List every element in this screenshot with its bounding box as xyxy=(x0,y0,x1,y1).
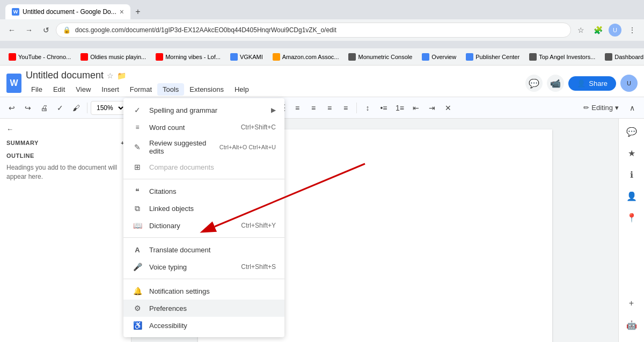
line-spacing-button[interactable]: ↕ xyxy=(360,100,375,115)
chat-icon[interactable]: 💬 xyxy=(623,123,640,140)
tab-bar: W Untitled document - Google Do... × + xyxy=(0,0,644,19)
menu-compare: ⊞ Compare documents xyxy=(123,158,284,176)
extensions-icon[interactable]: 🧩 xyxy=(590,23,605,38)
align-left[interactable]: ≡ xyxy=(290,100,305,115)
translate-label: Translate document xyxy=(149,246,276,254)
menu-help[interactable]: Help xyxy=(229,83,254,96)
spelling-label: Spelling and grammar xyxy=(149,106,271,114)
profile-icon[interactable]: U xyxy=(608,23,623,38)
editing-pencil-icon: ✏ xyxy=(583,104,589,112)
menu-file[interactable]: File xyxy=(26,83,48,96)
menu-divider-2 xyxy=(123,237,284,238)
menu-dictionary[interactable]: 📖 Dictionary Ctrl+Shift+Y xyxy=(123,217,284,234)
app-area: W Untitled document ☆ 📁 File Edit View I… xyxy=(0,66,644,342)
add-icon[interactable]: + xyxy=(623,295,640,312)
editing-mode-button[interactable]: ✏ Editing ▾ xyxy=(579,101,624,114)
menu-edit[interactable]: Edit xyxy=(48,83,70,96)
menu-preferences[interactable]: ⚙ Preferences xyxy=(123,300,284,317)
menu-icon[interactable]: ⋮ xyxy=(625,23,640,38)
align-center[interactable]: ≡ xyxy=(306,100,321,115)
toolbar-separator-5 xyxy=(356,103,357,113)
bullet-list-button[interactable]: •≡ xyxy=(376,100,391,115)
info-icon[interactable]: ℹ xyxy=(623,166,640,183)
address-bar[interactable]: 🔒 docs.google.com/document/d/1gIP3d-EX12… xyxy=(56,23,571,38)
bookmark-morning[interactable]: Morning vibes - Lof... xyxy=(151,52,225,62)
back-button[interactable]: ← xyxy=(4,23,19,38)
undo-button[interactable]: ↩ xyxy=(4,100,19,115)
robot-icon[interactable]: 🤖 xyxy=(623,316,640,333)
sidebar-back-button[interactable]: ← xyxy=(6,125,125,133)
zoom-selector[interactable]: 150% 100% 75% xyxy=(91,101,126,115)
comment-button[interactable]: 💬 xyxy=(525,75,543,92)
menu-word-count[interactable]: ≡ Word count Ctrl+Shift+C xyxy=(123,119,284,136)
bookmark-amazon[interactable]: Amazon.com Assoc... xyxy=(268,52,343,62)
menu-format[interactable]: Format xyxy=(125,83,157,96)
docs-actions: 💬 📹 👤 Share U xyxy=(525,75,638,92)
menu-linked-objects[interactable]: ⧉ Linked objects xyxy=(123,200,284,217)
bookmark-publisher[interactable]: Publisher Center xyxy=(462,52,524,62)
bookmark-dashboard[interactable]: Dashboard xyxy=(601,52,644,62)
paint-format-button[interactable]: 🖌 xyxy=(69,100,84,115)
menu-tools[interactable]: Tools xyxy=(157,83,184,96)
user-avatar[interactable]: U xyxy=(620,75,638,92)
align-right[interactable]: ≡ xyxy=(322,100,337,115)
menu-extensions[interactable]: Extensions xyxy=(184,83,229,96)
menu-accessibility[interactable]: ♿ Accessibility xyxy=(123,317,284,334)
new-tab-button[interactable]: + xyxy=(130,4,145,19)
editing-chevron-icon: ▾ xyxy=(615,104,619,112)
person-icon[interactable]: 👤 xyxy=(623,187,640,205)
docs-title-area: Untitled document ☆ 📁 File Edit View Ins… xyxy=(26,70,521,97)
menu-voice-typing[interactable]: 🎤 Voice typing Ctrl+Shift+S xyxy=(123,258,284,275)
maps-icon[interactable]: 📍 xyxy=(623,209,640,226)
redo-button[interactable]: ↪ xyxy=(20,100,35,115)
share-button[interactable]: 👤 Share xyxy=(568,76,616,91)
compare-label: Compare documents xyxy=(149,163,276,171)
bookmark-icon[interactable]: ☆ xyxy=(573,23,588,38)
menu-notifications[interactable]: 🔔 Notification settings xyxy=(123,282,284,300)
reload-button[interactable]: ↺ xyxy=(39,23,54,38)
collapse-button[interactable]: ∧ xyxy=(625,100,640,115)
translate-icon: A xyxy=(132,244,143,255)
bookmark-overview[interactable]: Overview xyxy=(418,52,460,62)
menu-citations[interactable]: ❝ Citations xyxy=(123,183,284,200)
bookmark-angel[interactable]: Top Angel Investors... xyxy=(525,52,599,62)
menu-review-edits[interactable]: ✎ Review suggested edits Ctrl+Alt+O Ctrl… xyxy=(123,136,284,158)
menu-translate[interactable]: A Translate document xyxy=(123,241,284,258)
bookmarks-bar: YouTube - Chrono... Oldies music playin.… xyxy=(0,48,644,66)
dictionary-label: Dictionary xyxy=(149,222,241,230)
bookmark-monumetric[interactable]: Monumetric Console xyxy=(344,52,416,62)
bookmark-youtube[interactable]: YouTube - Chrono... xyxy=(4,52,75,62)
star-right-icon[interactable]: ★ xyxy=(623,144,640,162)
preferences-icon: ⚙ xyxy=(132,303,143,314)
meet-button[interactable]: 📹 xyxy=(547,75,564,92)
indent-decrease[interactable]: ⇤ xyxy=(408,100,423,115)
voice-typing-shortcut: Ctrl+Shift+S xyxy=(241,263,276,271)
menu-spelling[interactable]: ✓ Spelling and grammar ▶ xyxy=(123,101,284,119)
numbered-list-button[interactable]: 1≡ xyxy=(392,100,407,115)
forward-button[interactable]: → xyxy=(21,23,36,38)
tab-close-icon[interactable]: × xyxy=(120,8,124,16)
document-title[interactable]: Untitled document xyxy=(26,70,104,81)
bookmark-oldies[interactable]: Oldies music playin... xyxy=(76,52,150,62)
docs-header: W Untitled document ☆ 📁 File Edit View I… xyxy=(0,66,644,97)
indent-increase[interactable]: ⇥ xyxy=(425,100,440,115)
toolbar: ↩ ↪ 🖨 ✓ 🖌 150% 100% 75% Normal Heading 1… xyxy=(0,97,644,119)
back-arrow-icon: ← xyxy=(6,125,13,133)
spell-check-button[interactable]: ✓ xyxy=(53,100,68,115)
menu-view[interactable]: View xyxy=(70,83,96,96)
align-justify[interactable]: ≡ xyxy=(338,100,353,115)
menu-insert[interactable]: Insert xyxy=(96,83,125,96)
active-tab[interactable]: W Untitled document - Google Do... × xyxy=(5,4,130,19)
gem-icon[interactable]: 💎 xyxy=(623,338,640,342)
citations-icon: ❝ xyxy=(132,186,143,197)
folder-icon[interactable]: 📁 xyxy=(117,71,126,80)
outline-label: OUTLINE xyxy=(6,152,125,159)
bookmark-vgkami[interactable]: VGKAMI xyxy=(226,52,267,62)
star-icon[interactable]: ☆ xyxy=(107,71,114,80)
clear-formatting[interactable]: ✕ xyxy=(441,100,456,115)
menu-divider-3 xyxy=(123,279,284,279)
word-count-icon: ≡ xyxy=(132,122,143,133)
print-button[interactable]: 🖨 xyxy=(36,100,52,115)
summary-section: SUMMARY + xyxy=(6,140,125,146)
accessibility-label: Accessibility xyxy=(149,322,276,330)
